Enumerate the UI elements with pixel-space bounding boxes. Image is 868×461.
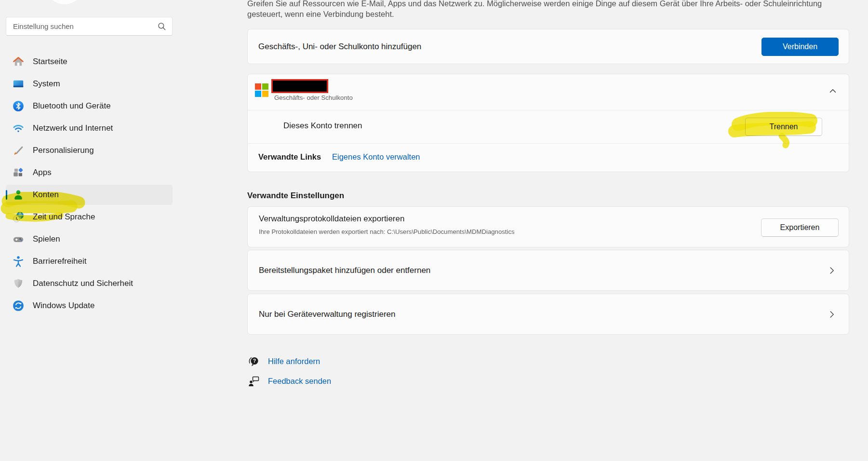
- chevron-right-icon: [827, 309, 837, 320]
- feedback-link[interactable]: Feedback senden: [268, 377, 331, 386]
- selected-indicator: [6, 190, 7, 200]
- search-box: [6, 17, 173, 36]
- sidebar-item-netzwerk[interactable]: Netzwerk und Internet: [6, 118, 173, 138]
- export-logs-card: Verwaltungsprotokolldateien exportieren …: [247, 206, 849, 247]
- page-description: Greifen Sie auf Ressourcen wie E-Mail, A…: [247, 0, 853, 19]
- sidebar-item-label: Zeit und Sprache: [33, 212, 95, 222]
- bluetooth-icon: [12, 100, 25, 112]
- export-logs-title: Verwaltungsprotokolldateien exportieren: [259, 214, 404, 224]
- microsoft-logo-icon: [255, 83, 268, 97]
- sidebar-item-windows-update[interactable]: Windows Update: [6, 296, 173, 316]
- export-logs-subtitle: Ihre Protokolldateien werden exportiert …: [259, 228, 515, 235]
- chevron-up-icon[interactable]: [828, 86, 838, 96]
- add-account-label: Geschäfts-, Uni- oder Schulkonto hinzufü…: [258, 42, 421, 52]
- help-link[interactable]: Hilfe anfordern: [268, 357, 320, 366]
- system-icon: [12, 78, 25, 90]
- accessibility-icon: [12, 255, 25, 268]
- disconnect-row: Dieses Konto trennen Trennen: [248, 110, 849, 143]
- sidebar-item-apps[interactable]: Apps: [6, 163, 173, 183]
- avatar: [42, 0, 87, 4]
- personalization-brush-icon: [12, 144, 25, 157]
- sidebar-item-label: System: [33, 79, 60, 89]
- send-feedback-row: Feedback senden: [247, 374, 331, 388]
- sidebar-item-zeit-und-sprache[interactable]: Zeit und Sprache: [6, 207, 173, 227]
- sidebar-item-label: Konten: [33, 190, 59, 200]
- sidebar-item-system[interactable]: System: [6, 74, 173, 94]
- privacy-shield-icon: [12, 277, 25, 290]
- related-links-row: Verwandte Links Eigenes Konto verwalten: [248, 143, 849, 173]
- sidebar-item-label: Startseite: [33, 57, 67, 67]
- sidebar-nav: Startseite System Bluetooth und Geräte: [0, 50, 183, 318]
- gaming-icon: [12, 233, 25, 245]
- sidebar-item-label: Barrierefreiheit: [33, 257, 87, 266]
- sidebar-item-bluetooth[interactable]: Bluetooth und Geräte: [6, 96, 173, 116]
- sidebar-item-datenschutz[interactable]: Datenschutz und Sicherheit: [6, 273, 173, 294]
- related-settings-header: Verwandte Einstellungen: [247, 191, 344, 201]
- device-management-label: Nur bei Geräteverwaltung registrieren: [259, 310, 395, 319]
- apps-icon: [12, 166, 25, 179]
- exportieren-button[interactable]: Exportieren: [761, 218, 839, 237]
- sidebar-item-label: Netzwerk und Internet: [33, 123, 113, 133]
- svg-text:?: ?: [253, 358, 256, 364]
- sidebar-item-label: Apps: [33, 168, 52, 177]
- related-links-label: Verwandte Links: [258, 152, 321, 162]
- provisioning-package-row[interactable]: Bereitstellungspaket hinzufügen oder ent…: [247, 250, 849, 291]
- sidebar-item-personalisierung[interactable]: Personalisierung: [6, 140, 173, 161]
- sidebar-item-spielen[interactable]: Spielen: [6, 229, 173, 249]
- sidebar-item-label: Personalisierung: [33, 146, 94, 155]
- sidebar-item-label: Bluetooth und Geräte: [33, 101, 111, 111]
- disconnect-label: Dieses Konto trennen: [283, 121, 362, 131]
- account-header-row[interactable]: Geschäfts- oder Schulkonto: [248, 74, 849, 110]
- manage-account-link[interactable]: Eigenes Konto verwalten: [332, 152, 420, 162]
- provisioning-package-label: Bereitstellungspaket hinzufügen oder ent…: [259, 266, 430, 275]
- windows-update-icon: [12, 299, 25, 312]
- windows-settings-page: { "sidebar": { "search_placeholder": "Ei…: [0, 0, 868, 461]
- settings-sidebar: Startseite System Bluetooth und Geräte: [0, 0, 183, 461]
- home-icon: [12, 55, 25, 68]
- device-management-row[interactable]: Nur bei Geräteverwaltung registrieren: [247, 294, 849, 335]
- help-question-bubble-icon: ?: [247, 355, 260, 368]
- sidebar-item-label: Datenschutz und Sicherheit: [33, 279, 133, 288]
- network-icon: [12, 122, 25, 135]
- sidebar-item-startseite[interactable]: Startseite: [6, 52, 173, 72]
- search-icon: [157, 21, 167, 32]
- accounts-person-icon: [12, 189, 25, 201]
- trennen-button[interactable]: Trennen: [745, 118, 822, 136]
- account-subtitle: Geschäfts- oder Schulkonto: [274, 94, 353, 101]
- search-input[interactable]: [6, 17, 172, 35]
- redacted-account-name: [271, 79, 328, 93]
- chevron-right-icon: [827, 265, 837, 276]
- get-help-row: ? Hilfe anfordern: [247, 354, 320, 368]
- feedback-person-bubble-icon: [247, 375, 260, 388]
- sidebar-item-label: Spielen: [33, 234, 60, 244]
- time-language-icon: [12, 211, 25, 223]
- sidebar-item-konten[interactable]: Konten: [6, 185, 173, 205]
- add-account-card: Geschäfts-, Uni- oder Schulkonto hinzufü…: [247, 29, 849, 64]
- account-card: Geschäfts- oder Schulkonto Dieses Konto …: [247, 74, 849, 172]
- verbinden-button[interactable]: Verbinden: [761, 38, 839, 56]
- sidebar-item-label: Windows Update: [33, 301, 95, 311]
- sidebar-item-barrierefreiheit[interactable]: Barrierefreiheit: [6, 251, 173, 271]
